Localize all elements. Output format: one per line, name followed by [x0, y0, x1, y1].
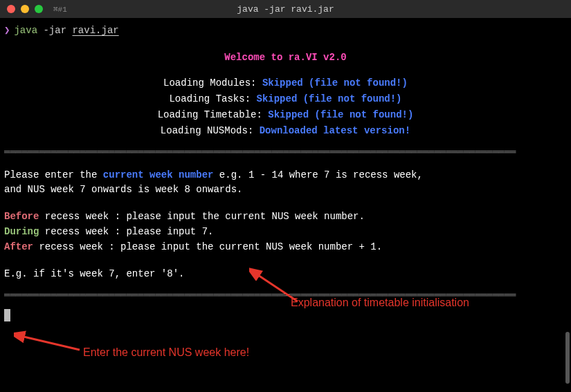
divider-bottom: ════════════════════════════════════════… [4, 288, 567, 303]
during-rest: recess week : please input 7. [39, 226, 213, 237]
loading-modules-label: Loading Modules: [163, 77, 262, 88]
intro-part1: Please enter the [4, 169, 103, 180]
titlebar-keyboard-icon: ⌘#1 [53, 5, 67, 14]
intro-part2: e.g. 1 - 14 where 7 is recess week, [213, 169, 422, 180]
loading-tasks-status: Skipped (file not found!) [256, 93, 401, 104]
window-title: java -jar ravi.jar [237, 4, 334, 15]
loading-nusmods-status: Downloaded latest version! [260, 125, 410, 136]
titlebar: ⌘#1 java -jar ravi.jar [0, 0, 571, 18]
before-keyword: Before [4, 211, 39, 222]
loading-tasks-label: Loading Tasks: [169, 93, 256, 104]
svg-line-1 [21, 336, 80, 350]
welcome-text: Welcome to ra.VI v2.0 [4, 50, 567, 65]
annotation-enter-here: Enter the current NUS week here! [83, 344, 249, 361]
after-rest: recess week : please input the current N… [33, 241, 382, 252]
terminal-window: ⌘#1 java -jar ravi.jar ❯ java -jar ravi.… [0, 0, 571, 392]
rule-after: After recess week : please input the cur… [4, 240, 567, 254]
loading-modules-status: Skipped (file not found!) [262, 77, 408, 88]
traffic-lights [7, 5, 43, 13]
after-keyword: After [4, 241, 33, 252]
command-name: java [14, 24, 37, 38]
terminal-body[interactable]: ❯ java -jar ravi.jar Welcome to ra.VI v2… [0, 18, 571, 392]
intro-text: Please enter the current week number e.g… [4, 168, 567, 197]
rules-block: Before recess week : please input the cu… [4, 209, 567, 254]
during-keyword: During [4, 226, 39, 237]
arrow-enter-here-icon [14, 329, 83, 357]
loading-modules-line: Loading Modules: Skipped (file not found… [4, 76, 567, 91]
loading-nusmods-label: Loading NUSMods: [161, 125, 260, 136]
rule-during: During recess week : please input 7. [4, 225, 567, 239]
close-icon[interactable] [7, 5, 15, 13]
rule-before: Before recess week : please input the cu… [4, 209, 567, 224]
prompt-line: ❯ java -jar ravi.jar [4, 24, 567, 38]
welcome-block: Welcome to ra.VI v2.0 Loading Modules: S… [4, 50, 567, 138]
loading-nusmods-line: Loading NUSMods: Downloaded latest versi… [4, 124, 567, 138]
intro-line2: and NUS week 7 onwards is week 8 onwards… [4, 183, 567, 197]
prompt-arrow-icon: ❯ [4, 24, 10, 38]
command-flag: -jar [43, 24, 66, 38]
maximize-icon[interactable] [35, 5, 43, 13]
loading-timetable-line: Loading Timetable: Skipped (file not fou… [4, 108, 567, 122]
cursor-icon [4, 309, 10, 321]
example-text: E.g. if it's week 7, enter '8'. [4, 267, 567, 281]
before-rest: recess week : please input the current N… [39, 211, 364, 222]
minimize-icon[interactable] [21, 5, 29, 13]
input-line[interactable] [4, 308, 567, 323]
loading-timetable-label: Loading Timetable: [158, 109, 269, 120]
divider-top: ════════════════════════════════════════… [4, 145, 567, 160]
command-arg: ravi.jar [72, 24, 118, 38]
scrollbar[interactable] [565, 332, 570, 384]
loading-timetable-status: Skipped (file not found!) [268, 109, 413, 120]
intro-highlight: current week number [103, 169, 214, 180]
loading-tasks-line: Loading Tasks: Skipped (file not found!) [4, 92, 567, 106]
